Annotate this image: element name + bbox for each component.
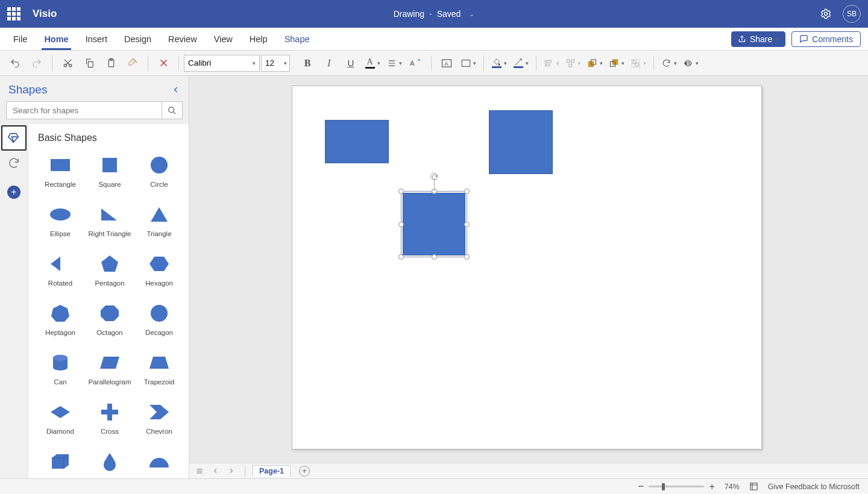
shape-icon (96, 301, 123, 325)
italic-button[interactable]: I (319, 54, 339, 72)
paste-button[interactable] (101, 54, 121, 72)
format-painter-button[interactable] (122, 54, 143, 72)
stencil-arrows[interactable] (1, 151, 27, 176)
shape-item-diam[interactable]: Diamond (36, 398, 85, 443)
resize-handle[interactable] (464, 254, 470, 260)
shape-label: Ellipse (50, 230, 71, 237)
shapes-search[interactable] (6, 101, 183, 119)
collapse-panel-icon[interactable] (172, 86, 180, 94)
shape-item-square[interactable]: Square (85, 151, 134, 196)
title-bar: Visio Drawing - Saved ⌄ SB (0, 0, 868, 28)
selection-box[interactable] (401, 191, 467, 257)
settings-icon[interactable] (820, 8, 832, 20)
share-button[interactable]: Share ▾ (731, 31, 785, 47)
cut-button[interactable] (57, 54, 78, 72)
canvas-shape-selected-square[interactable] (403, 193, 465, 255)
group-button[interactable]: ▾ (628, 54, 649, 72)
zoom-control[interactable]: − + (638, 480, 715, 493)
tab-shape[interactable]: Shape (276, 28, 318, 50)
shape-tool-button[interactable]: ▾ (458, 54, 479, 72)
tab-help[interactable]: Help (241, 28, 276, 50)
shape-item-can[interactable]: Can (36, 348, 85, 394)
search-icon[interactable] (162, 102, 182, 119)
shape-item-chevr[interactable]: Chevron (134, 398, 184, 443)
shape-item-drop[interactable] (85, 447, 134, 478)
shape-item-trap[interactable]: Trapezoid (134, 348, 184, 394)
tab-review[interactable]: Review (160, 28, 206, 50)
shape-item-cross[interactable]: Cross (85, 398, 134, 443)
resize-handle[interactable] (464, 222, 470, 227)
shape-item-halfc[interactable] (134, 447, 184, 478)
add-page-button[interactable]: + (299, 466, 310, 477)
undo-button[interactable] (5, 54, 25, 72)
prev-page-button[interactable] (209, 465, 222, 477)
document-title-group[interactable]: Drawing - Saved ⌄ (394, 9, 475, 19)
fill-color-button[interactable]: ▾ (489, 54, 509, 72)
feedback-link[interactable]: Give Feedback to Microsoft (768, 483, 860, 491)
zoom-in-button[interactable]: + (709, 481, 714, 492)
font-name-combo[interactable]: Calibri▾ (184, 55, 260, 72)
flip-button[interactable]: ▾ (681, 54, 701, 72)
align-button[interactable]: ▾ (384, 54, 404, 72)
zoom-slider[interactable] (649, 486, 704, 487)
rotate-button[interactable]: ▾ (659, 54, 679, 72)
delete-button[interactable] (153, 54, 174, 72)
shape-item-rot[interactable]: Rotated (36, 249, 85, 295)
tab-file[interactable]: File (10, 28, 36, 50)
resize-handle[interactable] (432, 254, 437, 260)
shape-item-circle[interactable]: Circle (134, 151, 184, 196)
zoom-out-button[interactable]: − (638, 480, 644, 493)
app-launcher-icon[interactable] (7, 7, 20, 20)
canvas-shape-square[interactable] (489, 110, 553, 174)
separator (178, 55, 179, 71)
user-avatar[interactable]: SB (843, 5, 861, 23)
shape-item-rect[interactable]: Rectangle (36, 151, 85, 196)
shapes-search-input[interactable] (7, 102, 162, 119)
zoom-thumb[interactable] (662, 483, 665, 490)
page-tab-1[interactable]: Page-1 (253, 465, 291, 477)
send-back-button[interactable]: ▾ (606, 54, 627, 72)
zoom-value[interactable]: 74% (725, 483, 740, 491)
all-pages-button[interactable] (193, 465, 206, 477)
shape-item-oct[interactable]: Octagon (85, 299, 134, 345)
shape-item-para[interactable]: Parallelogram (85, 348, 134, 394)
position-button[interactable]: ▾ (563, 54, 583, 72)
tab-insert[interactable]: Insert (77, 28, 116, 50)
resize-handle[interactable] (464, 189, 470, 194)
resize-handle[interactable] (398, 254, 404, 260)
tab-view[interactable]: View (206, 28, 241, 50)
fit-to-window-icon[interactable] (749, 482, 758, 491)
align-shapes-button[interactable]: ▾ (541, 54, 562, 72)
tab-design[interactable]: Design (116, 28, 160, 50)
copy-button[interactable] (79, 54, 99, 72)
bold-button[interactable]: B (297, 54, 318, 72)
shape-item-hex[interactable]: Hexagon (134, 249, 184, 295)
font-color-button[interactable]: A▾ (362, 54, 383, 72)
line-color-button[interactable]: ▾ (511, 54, 531, 72)
shape-item-rtri[interactable]: Right Triangle (85, 200, 134, 246)
bring-front-button[interactable]: ▾ (585, 54, 605, 72)
stencil-basic-shapes[interactable] (1, 125, 27, 151)
canvas-shape-rectangle[interactable] (325, 120, 389, 163)
shape-item-cube[interactable] (36, 447, 85, 478)
tab-home[interactable]: Home (36, 28, 77, 50)
comment-icon (799, 34, 808, 43)
resize-handle[interactable] (398, 222, 404, 227)
comments-button[interactable]: Comments (791, 31, 861, 47)
resize-handle[interactable] (398, 189, 404, 194)
shape-item-tri[interactable]: Triangle (134, 200, 184, 246)
add-stencil-button[interactable]: + (7, 186, 20, 199)
shape-item-hept[interactable]: Heptagon (36, 299, 85, 345)
drawing-page[interactable] (292, 86, 762, 449)
next-page-button[interactable] (224, 465, 237, 477)
redo-button[interactable] (27, 54, 47, 72)
underline-button[interactable]: U (341, 54, 361, 72)
text-block-button[interactable]: A (436, 54, 457, 72)
grow-font-button[interactable]: A (406, 54, 426, 72)
shape-item-dec[interactable]: Decagon (134, 299, 184, 345)
shape-item-ellipse[interactable]: Ellipse (36, 200, 85, 246)
shape-item-pent[interactable]: Pentagon (85, 249, 134, 295)
font-size-combo[interactable]: 12▾ (261, 55, 290, 72)
rotation-handle[interactable] (430, 173, 438, 180)
canvas-area[interactable] (189, 76, 868, 463)
